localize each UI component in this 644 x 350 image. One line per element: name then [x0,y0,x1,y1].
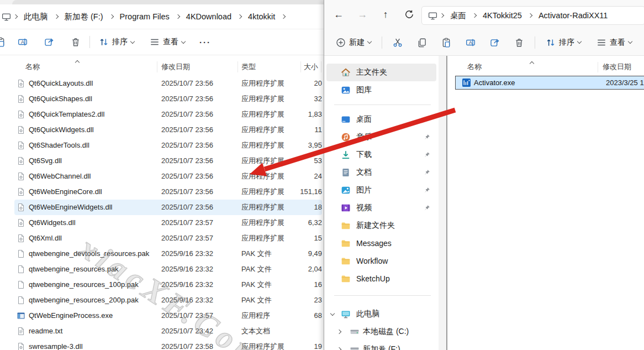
share-button[interactable] [486,34,504,51]
file-row[interactable]: Qt6WebEngineCore.dll2025/10/7 23:56应用程序扩… [0,184,324,200]
right-crumb-1[interactable]: 4KTokkit25 [479,9,526,22]
left-address-breadcrumb[interactable]: 此电脑新加卷 (F:)Program Files4KDownload4ktokk… [0,4,324,29]
chevron-right-icon [472,13,477,18]
column-header-name[interactable]: 名称 [467,59,482,75]
left-crumb-2[interactable]: Program Files [116,11,173,23]
expander-down-icon[interactable] [330,311,335,315]
sidebar-item-15[interactable]: 本地磁盘 (C:) [326,323,436,341]
file-row[interactable]: Qt6Svg.dll2025/10/7 23:56应用程序扩展53 [0,153,324,169]
sidebar-item-8[interactable]: 视频 [326,199,436,217]
delete-button[interactable] [67,34,85,50]
music-icon [341,132,351,142]
file-nm: Qt6WebChannel.dll [29,169,91,184]
sidebar-divider [334,295,431,296]
disk-icon [350,327,360,337]
share-button[interactable] [40,34,58,50]
up-button[interactable]: ↑ [376,6,395,23]
file-row[interactable]: Qt6QuickWidgets.dll2025/10/7 23:56应用程序扩展… [0,122,324,138]
right-window-body: 主文件夹图库桌面音乐下载文档图片视频新建文件夹MessagesWorkflowS… [324,56,644,350]
file-row[interactable]: Qt6Xml.dll2025/10/7 23:57应用程序扩展15 [0,231,324,246]
file-row[interactable]: readme.txt2025/10/7 23:42文本文档 [0,323,324,339]
plus-circle-icon [336,38,346,48]
sort-button[interactable]: 排序 [542,34,585,51]
file-row[interactable]: Qt6Widgets.dll2025/10/7 23:57应用程序扩展6,32 [0,215,324,231]
disk-icon [350,344,360,350]
left-crumb-3[interactable]: 4KDownload [182,11,235,23]
sidebar-item-3[interactable]: 桌面 [326,111,436,128]
file-dt: 2025/10/7 23:56 [161,200,213,215]
trash-icon [71,37,81,47]
sidebar-item-5[interactable]: 下载 [326,146,436,164]
copy-button[interactable] [413,34,431,51]
file-sz: 32 [314,91,322,107]
view-button[interactable]: 查看 [146,34,189,50]
dll-file-icon [17,187,25,196]
address-bar[interactable]: 桌面4KTokkit25Activator-RadiXX11 [421,6,644,25]
file-tp: PAK 文件 [241,262,272,277]
paste-button[interactable] [437,34,455,51]
back-button[interactable]: ← [329,6,349,23]
file-row-activator[interactable]: Activator.exe 2023/3/25 1 [455,76,644,90]
sort-button[interactable]: 排序 [95,34,138,50]
left-crumb-0[interactable]: 此电脑 [20,10,52,24]
expander-right-icon[interactable] [337,347,341,350]
file-row[interactable]: Qt6QuickTemplates2.dll2025/10/7 23:56应用程… [0,107,324,122]
sidebar-item-16[interactable]: 新加卷 (F:) [326,341,436,350]
navigation-pane: 主文件夹图库桌面音乐下载文档图片视频新建文件夹MessagesWorkflowS… [324,56,439,350]
sidebar-item-7[interactable]: 图片 [326,181,436,199]
view-lines-icon [597,38,606,48]
rename-icon: A [18,37,28,47]
right-crumb-2[interactable]: Activator-RadiXX11 [535,9,611,22]
file-row[interactable]: qtwebengine_devtools_resources.pak2025/9… [0,246,324,262]
sidebar-item-9[interactable]: 新建文件夹 [326,217,436,234]
column-header-size[interactable]: 大小 [304,59,318,75]
cut-button[interactable] [389,34,407,51]
sidebar-scrollbar[interactable] [439,56,447,350]
sidebar-item-label: 新加卷 (F:) [363,344,400,350]
sidebar-item-1[interactable]: 图库 [326,81,436,99]
sidebar-item-6[interactable]: 文档 [326,164,436,181]
view-lines-icon [150,37,160,47]
column-header-date[interactable]: 修改日期 [161,59,190,75]
downloads-icon [341,150,351,160]
file-dt: 2025/9/16 23:32 [161,277,213,292]
expander-right-icon[interactable] [337,330,341,334]
file-row[interactable]: Qt6WebEngineWidgets.dll2025/10/7 23:56应用… [0,200,324,215]
sidebar-item-0[interactable]: 主文件夹 [326,64,436,81]
file-row[interactable]: Qt6ShaderTools.dll2025/10/7 23:56应用程序扩展3… [0,138,324,153]
view-button[interactable]: 查看 [593,34,636,51]
left-crumb-1[interactable]: 新加卷 (F:) [61,10,107,24]
column-header-date[interactable]: 修改日期 [603,59,631,75]
file-row[interactable]: qtwebengine_resources_100p.pak2025/9/16 … [0,277,324,292]
forward-button[interactable]: → [352,6,372,23]
sidebar-item-10[interactable]: Messages [326,234,436,252]
paste-icon[interactable] [0,37,6,47]
file-row[interactable]: QtWebEngineProcess.exe2025/10/7 23:57应用程… [0,308,324,323]
rename-button[interactable]: A [14,34,31,50]
column-header-type[interactable]: 类型 [241,59,256,75]
refresh-button[interactable] [399,6,419,23]
left-crumb-4[interactable]: 4ktokkit [244,11,279,23]
left-command-bar: A 排序 查看 ··· [0,29,324,55]
file-row[interactable]: swresample-3.dll2025/10/7 23:58应用程序扩展19 [0,339,324,350]
more-options-button[interactable]: ··· [196,34,215,50]
refresh-icon [404,9,414,19]
view-label: 查看 [163,37,178,47]
delete-button[interactable] [510,34,528,51]
txt-file-icon [17,327,25,336]
sidebar-item-11[interactable]: Workflow [326,252,436,270]
right-crumb-0[interactable]: 桌面 [446,9,470,23]
new-button[interactable]: 新建 [332,34,375,51]
sidebar-item-12[interactable]: SketchUp [326,270,436,288]
file-row[interactable]: qtwebengine_resources.pak2025/9/16 23:32… [0,262,324,277]
column-header-name[interactable]: 名称 [25,59,40,75]
file-row[interactable]: Qt6QuickShapes.dll2025/10/7 23:56应用程序扩展3… [0,91,324,107]
rename-button[interactable]: A [462,34,479,51]
chevron-right-icon [237,14,242,19]
file-row[interactable]: qtwebengine_resources_200p.pak2025/9/16 … [0,292,324,308]
file-tp: 应用程序扩展 [241,138,284,153]
sidebar-item-4[interactable]: 音乐 [326,128,436,146]
file-row[interactable]: Qt6WebChannel.dll2025/10/7 23:56应用程序扩展24 [0,169,324,184]
file-row[interactable]: Qt6QuickLayouts.dll2025/10/7 23:56应用程序扩展… [0,76,324,91]
sidebar-item-14[interactable]: 此电脑 [326,305,436,323]
